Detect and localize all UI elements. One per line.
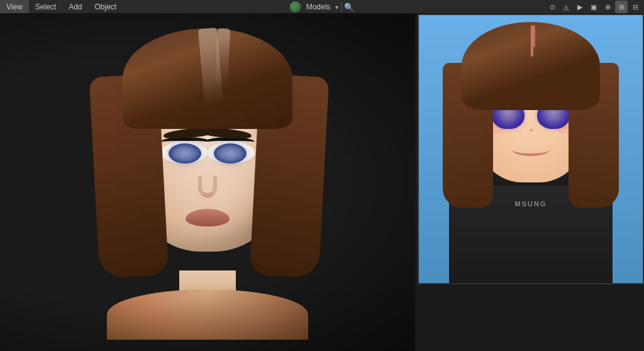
rt-btn-2[interactable]: ◬ bbox=[560, 1, 572, 13]
rt-btn-1[interactable]: ⊙ bbox=[546, 1, 558, 13]
rt-btn-overlay[interactable]: ▣ bbox=[587, 1, 600, 13]
right-toolbar: ⊙ ◬ ▶ ▣ ⊕ ⊞ ⊟ bbox=[546, 0, 644, 14]
rt-btn-wireframe[interactable]: ⊟ bbox=[629, 1, 641, 13]
menu-object[interactable]: Object bbox=[89, 0, 123, 13]
rt-btn-grid[interactable]: ⊞ bbox=[615, 1, 628, 13]
shoulders bbox=[107, 289, 308, 340]
menu-bar: View Select Add Object Models ▾ 🔍 ⊙ ◬ ▶ … bbox=[0, 0, 644, 14]
anime-hair-top bbox=[462, 22, 600, 110]
hair-highlight-2 bbox=[214, 28, 230, 86]
menu-view[interactable]: View bbox=[0, 0, 29, 13]
lash-left bbox=[160, 137, 211, 147]
anime-nose bbox=[530, 129, 533, 131]
toolbar-divider bbox=[341, 2, 341, 12]
character-head bbox=[75, 25, 340, 340]
hair-top bbox=[123, 28, 292, 129]
globe-icon bbox=[290, 1, 301, 13]
models-label: Models bbox=[304, 3, 333, 11]
rt-btn-expand[interactable]: ▶ bbox=[574, 1, 586, 13]
anime-reference-panel[interactable]: MSUNG bbox=[418, 14, 644, 284]
center-toolbar: Models ▾ 🔍 bbox=[290, 0, 355, 14]
3d-viewport[interactable] bbox=[0, 14, 415, 351]
models-dropdown-arrow[interactable]: ▾ bbox=[335, 4, 338, 11]
lash-right bbox=[204, 137, 255, 147]
anime-smile bbox=[512, 143, 550, 156]
samsung-label: MSUNG bbox=[515, 200, 547, 208]
lips bbox=[186, 209, 230, 226]
nose bbox=[198, 176, 217, 198]
menu-add[interactable]: Add bbox=[62, 0, 88, 13]
anime-hair-highlight-1 bbox=[531, 25, 533, 57]
anime-character: MSUNG bbox=[430, 19, 631, 283]
anime-hair-highlight-2 bbox=[533, 25, 535, 47]
rt-btn-viewport[interactable]: ⊕ bbox=[601, 1, 614, 13]
search-icon[interactable]: 🔍 bbox=[344, 3, 354, 12]
viewport: MSUNG bbox=[0, 14, 644, 351]
menu-select[interactable]: Select bbox=[29, 0, 62, 13]
